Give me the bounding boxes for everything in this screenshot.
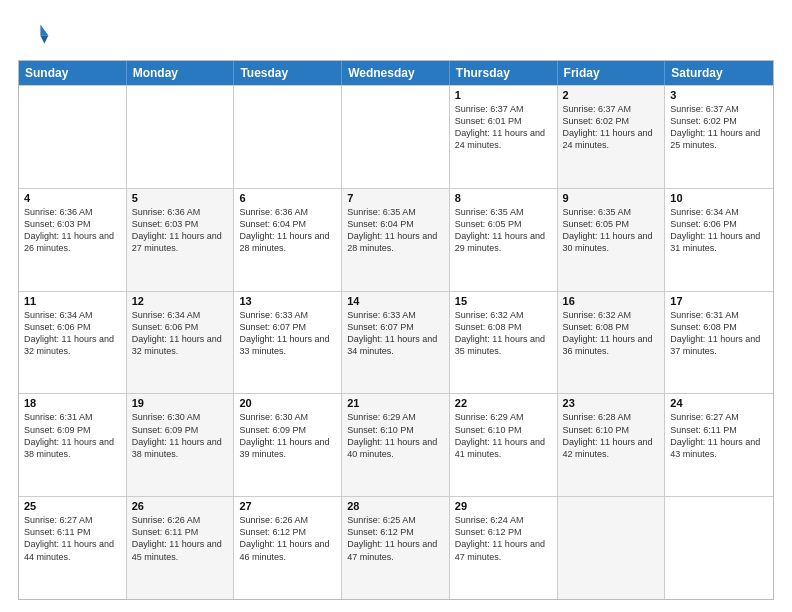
day-number: 23 (563, 397, 660, 409)
calendar-cell-2-3: 14Sunrise: 6:33 AMSunset: 6:07 PMDayligh… (342, 292, 450, 394)
day-info: Sunrise: 6:32 AMSunset: 6:08 PMDaylight:… (455, 309, 552, 358)
day-number: 26 (132, 500, 229, 512)
day-number: 1 (455, 89, 552, 101)
day-info: Sunrise: 6:35 AMSunset: 6:04 PMDaylight:… (347, 206, 444, 255)
calendar-cell-1-6: 10Sunrise: 6:34 AMSunset: 6:06 PMDayligh… (665, 189, 773, 291)
day-info: Sunrise: 6:27 AMSunset: 6:11 PMDaylight:… (670, 411, 768, 460)
calendar-cell-2-5: 16Sunrise: 6:32 AMSunset: 6:08 PMDayligh… (558, 292, 666, 394)
calendar-cell-3-3: 21Sunrise: 6:29 AMSunset: 6:10 PMDayligh… (342, 394, 450, 496)
day-info: Sunrise: 6:34 AMSunset: 6:06 PMDaylight:… (670, 206, 768, 255)
day-info: Sunrise: 6:24 AMSunset: 6:12 PMDaylight:… (455, 514, 552, 563)
day-number: 22 (455, 397, 552, 409)
calendar-row-4: 25Sunrise: 6:27 AMSunset: 6:11 PMDayligh… (19, 496, 773, 599)
day-info: Sunrise: 6:25 AMSunset: 6:12 PMDaylight:… (347, 514, 444, 563)
calendar-row-0: 1Sunrise: 6:37 AMSunset: 6:01 PMDaylight… (19, 85, 773, 188)
calendar-cell-2-4: 15Sunrise: 6:32 AMSunset: 6:08 PMDayligh… (450, 292, 558, 394)
day-info: Sunrise: 6:29 AMSunset: 6:10 PMDaylight:… (455, 411, 552, 460)
day-info: Sunrise: 6:26 AMSunset: 6:11 PMDaylight:… (132, 514, 229, 563)
day-number: 12 (132, 295, 229, 307)
day-info: Sunrise: 6:32 AMSunset: 6:08 PMDaylight:… (563, 309, 660, 358)
day-number: 20 (239, 397, 336, 409)
day-info: Sunrise: 6:34 AMSunset: 6:06 PMDaylight:… (132, 309, 229, 358)
page: SundayMondayTuesdayWednesdayThursdayFrid… (0, 0, 792, 612)
calendar-cell-0-5: 2Sunrise: 6:37 AMSunset: 6:02 PMDaylight… (558, 86, 666, 188)
calendar-cell-0-6: 3Sunrise: 6:37 AMSunset: 6:02 PMDaylight… (665, 86, 773, 188)
day-number: 3 (670, 89, 768, 101)
day-info: Sunrise: 6:29 AMSunset: 6:10 PMDaylight:… (347, 411, 444, 460)
calendar-cell-4-1: 26Sunrise: 6:26 AMSunset: 6:11 PMDayligh… (127, 497, 235, 599)
calendar-header: SundayMondayTuesdayWednesdayThursdayFrid… (19, 61, 773, 85)
calendar-cell-0-0 (19, 86, 127, 188)
calendar-cell-3-1: 19Sunrise: 6:30 AMSunset: 6:09 PMDayligh… (127, 394, 235, 496)
calendar-cell-4-2: 27Sunrise: 6:26 AMSunset: 6:12 PMDayligh… (234, 497, 342, 599)
calendar-cell-2-2: 13Sunrise: 6:33 AMSunset: 6:07 PMDayligh… (234, 292, 342, 394)
day-number: 19 (132, 397, 229, 409)
day-info: Sunrise: 6:35 AMSunset: 6:05 PMDaylight:… (563, 206, 660, 255)
calendar-cell-4-3: 28Sunrise: 6:25 AMSunset: 6:12 PMDayligh… (342, 497, 450, 599)
day-info: Sunrise: 6:37 AMSunset: 6:01 PMDaylight:… (455, 103, 552, 152)
day-info: Sunrise: 6:36 AMSunset: 6:03 PMDaylight:… (132, 206, 229, 255)
day-info: Sunrise: 6:37 AMSunset: 6:02 PMDaylight:… (670, 103, 768, 152)
day-info: Sunrise: 6:31 AMSunset: 6:09 PMDaylight:… (24, 411, 121, 460)
day-info: Sunrise: 6:36 AMSunset: 6:04 PMDaylight:… (239, 206, 336, 255)
calendar-row-3: 18Sunrise: 6:31 AMSunset: 6:09 PMDayligh… (19, 393, 773, 496)
calendar-cell-2-0: 11Sunrise: 6:34 AMSunset: 6:06 PMDayligh… (19, 292, 127, 394)
calendar-row-2: 11Sunrise: 6:34 AMSunset: 6:06 PMDayligh… (19, 291, 773, 394)
svg-marker-0 (40, 24, 48, 35)
calendar-cell-4-5 (558, 497, 666, 599)
day-number: 17 (670, 295, 768, 307)
weekday-header-saturday: Saturday (665, 61, 773, 85)
calendar: SundayMondayTuesdayWednesdayThursdayFrid… (18, 60, 774, 600)
weekday-header-thursday: Thursday (450, 61, 558, 85)
calendar-cell-3-5: 23Sunrise: 6:28 AMSunset: 6:10 PMDayligh… (558, 394, 666, 496)
weekday-header-sunday: Sunday (19, 61, 127, 85)
calendar-cell-3-6: 24Sunrise: 6:27 AMSunset: 6:11 PMDayligh… (665, 394, 773, 496)
day-info: Sunrise: 6:36 AMSunset: 6:03 PMDaylight:… (24, 206, 121, 255)
day-number: 10 (670, 192, 768, 204)
day-number: 16 (563, 295, 660, 307)
day-number: 15 (455, 295, 552, 307)
calendar-cell-1-0: 4Sunrise: 6:36 AMSunset: 6:03 PMDaylight… (19, 189, 127, 291)
day-number: 7 (347, 192, 444, 204)
day-info: Sunrise: 6:26 AMSunset: 6:12 PMDaylight:… (239, 514, 336, 563)
day-number: 28 (347, 500, 444, 512)
svg-marker-1 (40, 36, 48, 44)
calendar-cell-1-1: 5Sunrise: 6:36 AMSunset: 6:03 PMDaylight… (127, 189, 235, 291)
calendar-cell-4-0: 25Sunrise: 6:27 AMSunset: 6:11 PMDayligh… (19, 497, 127, 599)
calendar-cell-1-5: 9Sunrise: 6:35 AMSunset: 6:05 PMDaylight… (558, 189, 666, 291)
calendar-cell-1-3: 7Sunrise: 6:35 AMSunset: 6:04 PMDaylight… (342, 189, 450, 291)
day-info: Sunrise: 6:35 AMSunset: 6:05 PMDaylight:… (455, 206, 552, 255)
day-info: Sunrise: 6:37 AMSunset: 6:02 PMDaylight:… (563, 103, 660, 152)
calendar-body: 1Sunrise: 6:37 AMSunset: 6:01 PMDaylight… (19, 85, 773, 599)
day-info: Sunrise: 6:30 AMSunset: 6:09 PMDaylight:… (239, 411, 336, 460)
header (18, 18, 774, 50)
calendar-cell-4-4: 29Sunrise: 6:24 AMSunset: 6:12 PMDayligh… (450, 497, 558, 599)
weekday-header-wednesday: Wednesday (342, 61, 450, 85)
day-info: Sunrise: 6:27 AMSunset: 6:11 PMDaylight:… (24, 514, 121, 563)
calendar-cell-3-4: 22Sunrise: 6:29 AMSunset: 6:10 PMDayligh… (450, 394, 558, 496)
calendar-cell-4-6 (665, 497, 773, 599)
day-number: 6 (239, 192, 336, 204)
calendar-cell-2-6: 17Sunrise: 6:31 AMSunset: 6:08 PMDayligh… (665, 292, 773, 394)
calendar-cell-0-4: 1Sunrise: 6:37 AMSunset: 6:01 PMDaylight… (450, 86, 558, 188)
day-number: 24 (670, 397, 768, 409)
calendar-cell-0-2 (234, 86, 342, 188)
calendar-cell-2-1: 12Sunrise: 6:34 AMSunset: 6:06 PMDayligh… (127, 292, 235, 394)
day-number: 5 (132, 192, 229, 204)
calendar-cell-1-2: 6Sunrise: 6:36 AMSunset: 6:04 PMDaylight… (234, 189, 342, 291)
day-number: 2 (563, 89, 660, 101)
day-number: 25 (24, 500, 121, 512)
day-number: 4 (24, 192, 121, 204)
day-number: 13 (239, 295, 336, 307)
day-number: 9 (563, 192, 660, 204)
day-number: 29 (455, 500, 552, 512)
calendar-cell-1-4: 8Sunrise: 6:35 AMSunset: 6:05 PMDaylight… (450, 189, 558, 291)
weekday-header-monday: Monday (127, 61, 235, 85)
day-number: 14 (347, 295, 444, 307)
calendar-cell-3-0: 18Sunrise: 6:31 AMSunset: 6:09 PMDayligh… (19, 394, 127, 496)
day-info: Sunrise: 6:33 AMSunset: 6:07 PMDaylight:… (239, 309, 336, 358)
calendar-cell-0-1 (127, 86, 235, 188)
calendar-row-1: 4Sunrise: 6:36 AMSunset: 6:03 PMDaylight… (19, 188, 773, 291)
weekday-header-tuesday: Tuesday (234, 61, 342, 85)
day-number: 18 (24, 397, 121, 409)
